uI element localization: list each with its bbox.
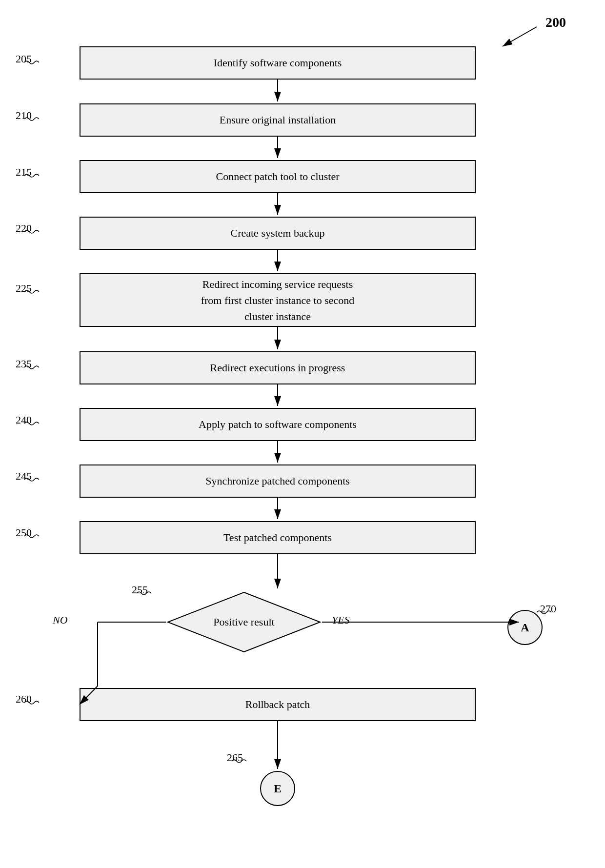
- step-label-210: 210: [16, 109, 32, 122]
- diamond-container: Positive result: [166, 590, 322, 654]
- step-label-245: 245: [16, 470, 32, 483]
- box-210: Ensure original installation: [80, 103, 476, 137]
- step-label-270: 270: [540, 603, 556, 615]
- step-label-225: 225: [16, 282, 32, 295]
- step-label-235: 235: [16, 358, 32, 370]
- step-label-240: 240: [16, 414, 32, 426]
- step-label-265: 265: [227, 751, 243, 764]
- svg-line-2: [503, 27, 537, 46]
- step-label-220: 220: [16, 222, 32, 235]
- box-250: Test patched components: [80, 521, 476, 554]
- box-260: Rollback patch: [80, 688, 476, 721]
- box-235: Redirect executions in progress: [80, 351, 476, 384]
- step-label-250: 250: [16, 526, 32, 539]
- circle-e: E: [260, 771, 295, 806]
- diamond-text: Positive result: [213, 616, 274, 628]
- diagram-container: 200 205 Identify software components 210…: [0, 0, 605, 868]
- figure-number: 200: [545, 15, 566, 30]
- box-245: Synchronize patched components: [80, 464, 476, 498]
- box-225: Redirect incoming service requests from …: [80, 273, 476, 327]
- box-220: Create system backup: [80, 217, 476, 250]
- step-label-260: 260: [16, 693, 32, 706]
- circle-a: A: [507, 610, 543, 645]
- yes-label: YES: [332, 614, 350, 626]
- step-label-215: 215: [16, 166, 32, 179]
- box-215: Connect patch tool to cluster: [80, 160, 476, 193]
- step-label-205: 205: [16, 53, 32, 65]
- no-label: NO: [53, 614, 68, 626]
- box-205: Identify software components: [80, 46, 476, 80]
- step-label-255: 255: [132, 584, 148, 596]
- box-240: Apply patch to software components: [80, 408, 476, 441]
